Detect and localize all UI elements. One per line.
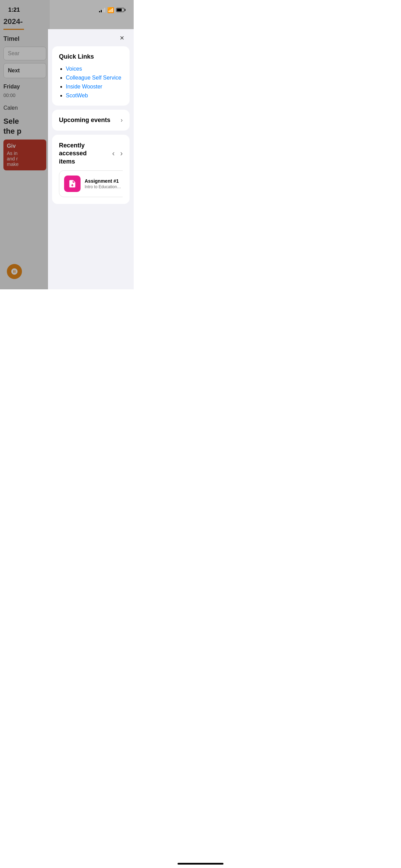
recent-item-title: Assignment #1 [85, 178, 122, 184]
quick-links-list: Voices Colleague Self Service Inside Woo… [59, 66, 123, 99]
status-icons: 📶 [99, 7, 125, 13]
upcoming-events-row: Upcoming events › [59, 117, 123, 124]
quick-link-item: Inside Wooster [66, 84, 123, 90]
scotweb-link[interactable]: ScotWeb [66, 93, 88, 98]
battery-icon [116, 8, 125, 12]
recently-accessed-nav: ‹ › [112, 149, 123, 158]
status-time: 1:21 [8, 7, 20, 13]
recent-item-info: Assignment #1 Intro to Educational ... [85, 178, 122, 189]
signal-icon [99, 8, 105, 12]
recent-item[interactable]: Assignment #1 Intro to Educational ... [59, 170, 123, 197]
upcoming-events-title: Upcoming events [59, 117, 110, 124]
voices-link[interactable]: Voices [66, 66, 82, 72]
next-button[interactable]: › [120, 149, 123, 158]
quick-links-card: Quick Links Voices Colleague Self Servic… [52, 46, 130, 106]
upcoming-events-chevron-right-icon: › [121, 117, 123, 124]
colleague-self-service-link[interactable]: Colleague Self Service [66, 75, 121, 81]
quick-link-item: Voices [66, 66, 123, 72]
recently-accessed-title: Recently accesseditems [59, 142, 112, 166]
inside-wooster-link[interactable]: Inside Wooster [66, 84, 102, 89]
modal-panel: × Quick Links Voices Colleague Self Serv… [48, 29, 134, 289]
modal-body: Quick Links Voices Colleague Self Servic… [48, 29, 134, 211]
recently-accessed-header: Recently accesseditems ‹ › [59, 142, 123, 166]
quick-link-item: Colleague Self Service [66, 75, 123, 81]
status-bar: 1:21 📶 [0, 0, 134, 17]
quick-link-item: ScotWeb [66, 93, 123, 99]
recently-accessed-card: Recently accesseditems ‹ › Assignment #1 [52, 135, 130, 204]
wifi-icon: 📶 [107, 7, 114, 13]
recent-item-subtitle: Intro to Educational ... [85, 184, 122, 189]
close-button[interactable]: × [116, 32, 128, 44]
recent-items-row: Assignment #1 Intro to Educational ... [59, 170, 123, 197]
assignment-icon [64, 176, 81, 192]
prev-button[interactable]: ‹ [112, 149, 114, 158]
upcoming-events-card[interactable]: Upcoming events › [52, 110, 130, 131]
quick-links-title: Quick Links [59, 53, 123, 60]
